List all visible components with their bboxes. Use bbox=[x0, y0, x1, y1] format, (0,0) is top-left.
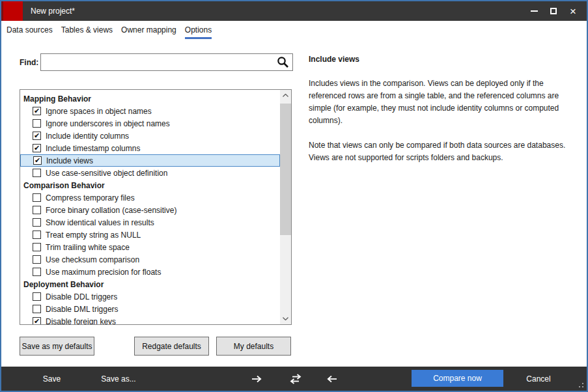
minimize-icon bbox=[531, 10, 538, 12]
window-controls: × bbox=[524, 1, 583, 21]
find-label: Find: bbox=[20, 58, 38, 67]
option-description-panel: Include views Includes views in the comp… bbox=[309, 55, 570, 176]
checkbox-checked[interactable]: ✔ bbox=[33, 107, 41, 115]
new-project-dialog: New project* × Data sources Tables & vie… bbox=[0, 0, 588, 392]
list-row-label: Mapping Behavior bbox=[23, 94, 91, 104]
checkbox-unchecked[interactable] bbox=[33, 268, 41, 276]
list-row[interactable]: ✔Ignore spaces in object names bbox=[20, 105, 280, 117]
list-row-label: Use case-sensitive object definition bbox=[46, 169, 167, 178]
list-row-label: Include timestamp columns bbox=[46, 144, 140, 153]
list-row-label: Deployment Behavior bbox=[23, 280, 104, 289]
list-row[interactable]: Disable DDL triggers bbox=[20, 290, 280, 303]
close-icon: × bbox=[570, 6, 576, 17]
checkbox-unchecked[interactable] bbox=[33, 218, 41, 227]
redgate-app-icon bbox=[1, 1, 23, 21]
list-row[interactable]: Ignore underscores in object names bbox=[20, 117, 280, 130]
list-row-label: Comparison Behavior bbox=[23, 181, 105, 190]
window-title: New project* bbox=[31, 1, 75, 21]
list-group-heading: Deployment Behavior bbox=[20, 278, 280, 290]
option-description-paragraph: Includes views in the comparison. Views … bbox=[309, 77, 570, 127]
checkbox-unchecked[interactable] bbox=[33, 305, 41, 313]
swap-arrows-icon bbox=[288, 374, 303, 384]
checkbox-unchecked[interactable] bbox=[33, 119, 41, 128]
option-description-paragraph: Note that views can only be compared if … bbox=[309, 139, 570, 164]
footer-bar: Save Save as... Compare now Cancel bbox=[1, 367, 587, 391]
list-row-label: Use checksum comparison bbox=[46, 255, 139, 264]
list-row-label: Ignore spaces in object names bbox=[46, 107, 152, 116]
scroll-down-icon[interactable] bbox=[280, 313, 291, 324]
list-row-label: Compress temporary files bbox=[46, 193, 135, 203]
list-row-label: Show identical values in results bbox=[46, 218, 154, 227]
options-list-rows: Mapping Behavior✔Ignore spaces in object… bbox=[20, 92, 280, 325]
checkbox-unchecked[interactable] bbox=[33, 193, 41, 202]
tab-data-sources[interactable]: Data sources bbox=[7, 21, 53, 39]
compare-now-button[interactable]: Compare now bbox=[412, 370, 503, 387]
list-row[interactable]: Use maximum precision for floats bbox=[20, 266, 280, 278]
checkbox-unchecked[interactable] bbox=[33, 231, 41, 239]
minimize-button[interactable] bbox=[524, 1, 544, 21]
list-row[interactable]: Show identical values in results bbox=[20, 216, 280, 229]
list-row[interactable]: Treat empty string as NULL bbox=[20, 229, 280, 241]
switch-direction-button[interactable] bbox=[285, 367, 306, 391]
vertical-scrollbar[interactable] bbox=[280, 90, 291, 324]
tab-owner-mapping[interactable]: Owner mapping bbox=[121, 21, 176, 39]
maximize-button[interactable] bbox=[544, 1, 563, 21]
list-row-label: Disable DML triggers bbox=[46, 305, 119, 314]
my-defaults-button[interactable]: My defaults bbox=[216, 337, 291, 356]
cancel-button[interactable]: Cancel bbox=[518, 367, 559, 391]
list-row[interactable]: Compress temporary files bbox=[20, 191, 280, 204]
list-group-heading: Mapping Behavior bbox=[20, 92, 280, 105]
list-row[interactable]: Disable DML triggers bbox=[20, 303, 280, 315]
maximize-icon bbox=[550, 8, 557, 14]
options-list: Mapping Behavior✔Ignore spaces in object… bbox=[20, 89, 292, 325]
list-group-heading: Comparison Behavior bbox=[20, 179, 280, 191]
list-row-label: Treat empty string as NULL bbox=[46, 231, 141, 240]
checkbox-checked[interactable]: ✔ bbox=[33, 156, 42, 165]
titlebar: New project* × bbox=[1, 1, 587, 21]
list-row[interactable]: ✔Disable foreign keys bbox=[20, 315, 280, 325]
save-as-button[interactable]: Save as... bbox=[98, 367, 139, 391]
save-button[interactable]: Save bbox=[37, 367, 66, 391]
list-row[interactable]: Use case-sensitive object definition bbox=[20, 167, 280, 179]
tab-bar: Data sources Tables & views Owner mappin… bbox=[1, 21, 587, 40]
list-row[interactable]: Use checksum comparison bbox=[20, 253, 280, 266]
checkbox-unchecked[interactable] bbox=[33, 169, 41, 177]
list-row-label: Disable foreign keys bbox=[46, 317, 116, 326]
resize-grip-icon[interactable] bbox=[578, 382, 583, 387]
deploy-right-button[interactable] bbox=[246, 367, 267, 391]
checkbox-unchecked[interactable] bbox=[33, 255, 41, 264]
close-button[interactable]: × bbox=[563, 1, 583, 21]
tab-tables-views[interactable]: Tables & views bbox=[61, 21, 113, 39]
tab-options[interactable]: Options bbox=[185, 21, 212, 39]
list-row[interactable]: Trim trailing white space bbox=[20, 241, 280, 253]
checkbox-unchecked[interactable] bbox=[33, 206, 41, 214]
arrow-left-icon bbox=[326, 375, 338, 383]
list-row[interactable]: ✔Include timestamp columns bbox=[20, 142, 280, 154]
scroll-up-icon[interactable] bbox=[280, 90, 291, 101]
save-as-my-defaults-button[interactable]: Save as my defaults bbox=[20, 337, 94, 356]
checkbox-checked[interactable]: ✔ bbox=[33, 317, 41, 325]
list-row-label: Ignore underscores in object names bbox=[46, 119, 170, 128]
arrow-right-icon bbox=[251, 375, 262, 383]
redgate-defaults-button[interactable]: Redgate defaults bbox=[134, 337, 209, 356]
list-row[interactable]: ✔Include views bbox=[20, 154, 280, 167]
list-row-label: Force binary collation (case-sensitive) bbox=[46, 206, 176, 215]
search-icon bbox=[277, 56, 289, 68]
checkbox-checked[interactable]: ✔ bbox=[33, 132, 41, 140]
list-row-label: Include views bbox=[46, 156, 93, 165]
list-row-label: Use maximum precision for floats bbox=[46, 268, 161, 277]
deploy-left-button[interactable] bbox=[322, 367, 343, 391]
option-description-title: Include views bbox=[309, 55, 570, 64]
list-row[interactable]: Force binary collation (case-sensitive) bbox=[20, 204, 280, 216]
list-row-label: Trim trailing white space bbox=[46, 243, 130, 252]
list-row-label: Disable DDL triggers bbox=[46, 292, 117, 301]
list-row-label: Include identity columns bbox=[46, 132, 129, 141]
find-input[interactable] bbox=[40, 53, 293, 71]
checkbox-unchecked[interactable] bbox=[33, 292, 41, 301]
checkbox-unchecked[interactable] bbox=[33, 243, 41, 251]
scrollbar-thumb[interactable] bbox=[280, 104, 291, 235]
checkbox-checked[interactable]: ✔ bbox=[33, 144, 41, 152]
list-row[interactable]: ✔Include identity columns bbox=[20, 130, 280, 142]
